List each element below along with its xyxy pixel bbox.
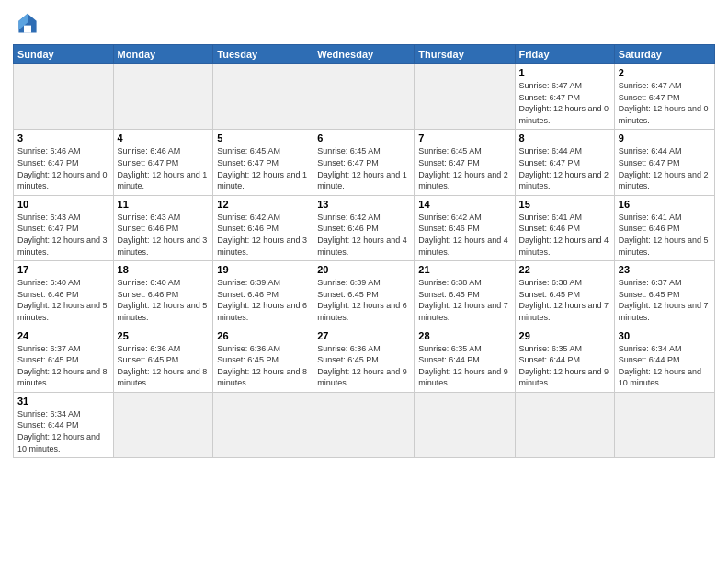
day-number: 19 <box>217 264 309 275</box>
general-blue-logo-icon <box>13 9 42 39</box>
day-number: 8 <box>519 132 610 144</box>
day-cell: 2Sunrise: 6:47 AM Sunset: 6:47 PM Daylig… <box>614 64 714 130</box>
week-row-5: 31Sunrise: 6:34 AM Sunset: 6:44 PM Dayli… <box>14 392 715 457</box>
day-cell: 11Sunrise: 6:43 AM Sunset: 6:46 PM Dayli… <box>113 195 213 260</box>
day-number: 23 <box>619 264 711 275</box>
day-cell: 7Sunrise: 6:45 AM Sunset: 6:47 PM Daylig… <box>415 130 515 195</box>
day-number: 13 <box>317 199 410 210</box>
day-cell: 14Sunrise: 6:42 AM Sunset: 6:46 PM Dayli… <box>415 195 515 260</box>
day-info: Sunrise: 6:46 AM Sunset: 6:47 PM Dayligh… <box>118 145 210 191</box>
day-cell: 17Sunrise: 6:40 AM Sunset: 6:46 PM Dayli… <box>14 261 114 327</box>
day-info: Sunrise: 6:34 AM Sunset: 6:44 PM Dayligh… <box>17 408 109 454</box>
day-cell: 5Sunrise: 6:45 AM Sunset: 6:47 PM Daylig… <box>213 130 313 195</box>
day-info: Sunrise: 6:37 AM Sunset: 6:45 PM Dayligh… <box>619 277 711 323</box>
weekday-header-saturday: Saturday <box>614 45 714 64</box>
week-row-2: 10Sunrise: 6:43 AM Sunset: 6:47 PM Dayli… <box>14 195 715 260</box>
day-number: 27 <box>317 330 410 341</box>
day-cell <box>113 392 213 457</box>
weekday-header-wednesday: Wednesday <box>313 45 415 64</box>
calendar-body: 1Sunrise: 6:47 AM Sunset: 6:47 PM Daylig… <box>14 64 715 458</box>
day-cell <box>14 64 114 130</box>
day-info: Sunrise: 6:44 AM Sunset: 6:47 PM Dayligh… <box>519 145 610 191</box>
day-cell: 22Sunrise: 6:38 AM Sunset: 6:45 PM Dayli… <box>515 261 614 327</box>
day-number: 10 <box>17 199 109 210</box>
weekday-header-sunday: Sunday <box>14 45 114 64</box>
day-info: Sunrise: 6:37 AM Sunset: 6:45 PM Dayligh… <box>17 343 109 389</box>
day-info: Sunrise: 6:42 AM Sunset: 6:46 PM Dayligh… <box>217 212 309 258</box>
day-cell: 27Sunrise: 6:36 AM Sunset: 6:45 PM Dayli… <box>313 327 415 392</box>
day-cell: 3Sunrise: 6:46 AM Sunset: 6:47 PM Daylig… <box>14 130 114 195</box>
day-number: 16 <box>619 199 711 210</box>
day-cell <box>515 392 614 457</box>
day-info: Sunrise: 6:42 AM Sunset: 6:46 PM Dayligh… <box>418 212 510 258</box>
day-cell: 21Sunrise: 6:38 AM Sunset: 6:45 PM Dayli… <box>415 261 515 327</box>
day-info: Sunrise: 6:36 AM Sunset: 6:45 PM Dayligh… <box>217 343 309 389</box>
day-info: Sunrise: 6:39 AM Sunset: 6:46 PM Dayligh… <box>217 277 309 323</box>
day-cell: 25Sunrise: 6:36 AM Sunset: 6:45 PM Dayli… <box>113 327 213 392</box>
day-number: 21 <box>418 264 510 275</box>
weekday-header-tuesday: Tuesday <box>213 45 313 64</box>
day-number: 1 <box>519 67 610 78</box>
day-cell: 12Sunrise: 6:42 AM Sunset: 6:46 PM Dayli… <box>213 195 313 260</box>
day-info: Sunrise: 6:47 AM Sunset: 6:47 PM Dayligh… <box>619 80 711 126</box>
day-number: 2 <box>619 67 711 78</box>
day-cell <box>415 392 515 457</box>
header <box>13 9 715 39</box>
day-cell: 20Sunrise: 6:39 AM Sunset: 6:45 PM Dayli… <box>313 261 415 327</box>
day-cell: 16Sunrise: 6:41 AM Sunset: 6:46 PM Dayli… <box>614 195 714 260</box>
day-number: 22 <box>519 264 610 275</box>
day-info: Sunrise: 6:35 AM Sunset: 6:44 PM Dayligh… <box>519 343 610 389</box>
day-number: 30 <box>619 330 711 341</box>
day-cell: 23Sunrise: 6:37 AM Sunset: 6:45 PM Dayli… <box>614 261 714 327</box>
day-cell: 30Sunrise: 6:34 AM Sunset: 6:44 PM Dayli… <box>614 327 714 392</box>
day-info: Sunrise: 6:36 AM Sunset: 6:45 PM Dayligh… <box>317 343 410 389</box>
day-cell <box>213 64 313 130</box>
week-row-1: 3Sunrise: 6:46 AM Sunset: 6:47 PM Daylig… <box>14 130 715 195</box>
day-info: Sunrise: 6:40 AM Sunset: 6:46 PM Dayligh… <box>17 277 109 323</box>
day-cell: 15Sunrise: 6:41 AM Sunset: 6:46 PM Dayli… <box>515 195 614 260</box>
logo <box>13 9 46 39</box>
day-cell: 29Sunrise: 6:35 AM Sunset: 6:44 PM Dayli… <box>515 327 614 392</box>
weekday-header-friday: Friday <box>515 45 614 64</box>
day-cell: 13Sunrise: 6:42 AM Sunset: 6:46 PM Dayli… <box>313 195 415 260</box>
day-cell: 18Sunrise: 6:40 AM Sunset: 6:46 PM Dayli… <box>113 261 213 327</box>
day-number: 18 <box>118 264 210 275</box>
day-info: Sunrise: 6:40 AM Sunset: 6:46 PM Dayligh… <box>118 277 210 323</box>
day-info: Sunrise: 6:38 AM Sunset: 6:45 PM Dayligh… <box>519 277 610 323</box>
day-info: Sunrise: 6:39 AM Sunset: 6:45 PM Dayligh… <box>317 277 410 323</box>
day-cell: 10Sunrise: 6:43 AM Sunset: 6:47 PM Dayli… <box>14 195 114 260</box>
day-cell: 8Sunrise: 6:44 AM Sunset: 6:47 PM Daylig… <box>515 130 614 195</box>
day-number: 6 <box>317 132 410 144</box>
calendar: SundayMondayTuesdayWednesdayThursdayFrid… <box>13 44 715 458</box>
day-info: Sunrise: 6:47 AM Sunset: 6:47 PM Dayligh… <box>519 80 610 126</box>
day-cell: 24Sunrise: 6:37 AM Sunset: 6:45 PM Dayli… <box>14 327 114 392</box>
day-cell: 4Sunrise: 6:46 AM Sunset: 6:47 PM Daylig… <box>113 130 213 195</box>
day-info: Sunrise: 6:43 AM Sunset: 6:47 PM Dayligh… <box>17 212 109 258</box>
day-info: Sunrise: 6:41 AM Sunset: 6:46 PM Dayligh… <box>519 212 610 258</box>
day-number: 31 <box>17 396 109 407</box>
day-cell: 28Sunrise: 6:35 AM Sunset: 6:44 PM Dayli… <box>415 327 515 392</box>
day-cell <box>313 64 415 130</box>
week-row-3: 17Sunrise: 6:40 AM Sunset: 6:46 PM Dayli… <box>14 261 715 327</box>
day-cell: 19Sunrise: 6:39 AM Sunset: 6:46 PM Dayli… <box>213 261 313 327</box>
page: SundayMondayTuesdayWednesdayThursdayFrid… <box>0 0 728 467</box>
day-number: 12 <box>217 199 309 210</box>
day-cell <box>415 64 515 130</box>
day-number: 3 <box>17 132 109 144</box>
day-number: 28 <box>418 330 510 341</box>
weekday-header-monday: Monday <box>113 45 213 64</box>
day-number: 24 <box>17 330 109 341</box>
day-info: Sunrise: 6:43 AM Sunset: 6:46 PM Dayligh… <box>118 212 210 258</box>
day-info: Sunrise: 6:46 AM Sunset: 6:47 PM Dayligh… <box>17 145 109 191</box>
day-number: 4 <box>118 132 210 144</box>
day-cell: 9Sunrise: 6:44 AM Sunset: 6:47 PM Daylig… <box>614 130 714 195</box>
day-info: Sunrise: 6:45 AM Sunset: 6:47 PM Dayligh… <box>217 145 309 191</box>
day-cell: 1Sunrise: 6:47 AM Sunset: 6:47 PM Daylig… <box>515 64 614 130</box>
day-number: 26 <box>217 330 309 341</box>
day-number: 25 <box>118 330 210 341</box>
calendar-header: SundayMondayTuesdayWednesdayThursdayFrid… <box>14 45 715 64</box>
day-info: Sunrise: 6:34 AM Sunset: 6:44 PM Dayligh… <box>619 343 711 389</box>
day-cell: 31Sunrise: 6:34 AM Sunset: 6:44 PM Dayli… <box>14 392 114 457</box>
day-number: 9 <box>619 132 711 144</box>
day-number: 14 <box>418 199 510 210</box>
